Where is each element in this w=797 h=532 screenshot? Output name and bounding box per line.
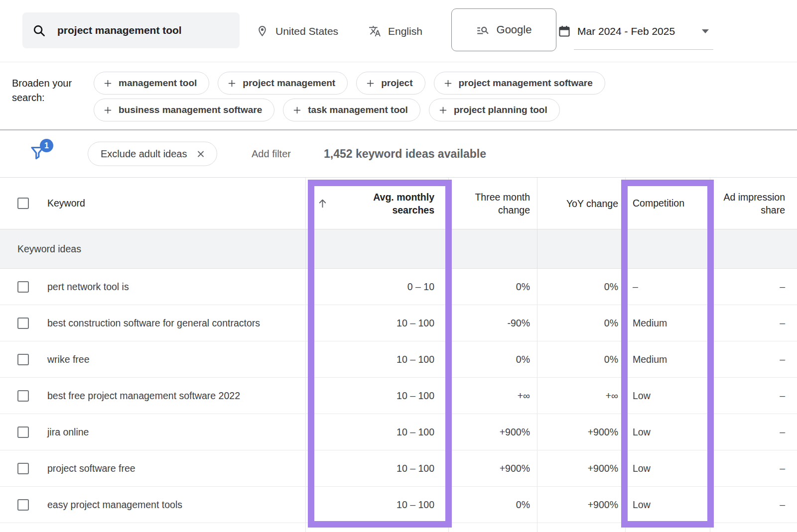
broaden-chip[interactable]: project management software [434,72,605,95]
active-filter-chip[interactable]: Exclude adult ideas [88,142,217,166]
broaden-chip[interactable]: project [356,72,425,95]
plus-icon [104,106,112,114]
ad-impression-share-cell: – [710,414,797,450]
filter-bar: 1 Exclude adult ideas Add filter 1,452 k… [0,130,797,177]
yoy-change-cell: +∞ [537,378,625,414]
keyword-cell[interactable]: best free project management software 20… [47,390,240,402]
table-row: pert network tool is 0 – 10 0% 0% – – [0,269,797,305]
broaden-chips: management tool project management proje… [94,72,605,121]
avg-monthly-searches-cell: 10 – 100 [305,305,448,341]
plus-icon [293,106,301,114]
plus-icon [444,79,452,88]
avg-monthly-searches-cell: 10 – 100 [305,414,448,450]
competition-cell: Low [625,378,710,414]
broaden-search-section: Broaden your search: management tool pro… [0,62,797,130]
three-month-change-cell: +900% [448,414,537,450]
keyword-ideas-section-row: Keyword ideas [0,229,797,269]
date-range-label: Mar 2024 - Feb 2025 [577,25,675,37]
competition-cell: Low [625,487,710,523]
broaden-chip[interactable]: management tool [94,72,209,95]
table-row-partial [0,523,797,532]
search-network-icon [476,23,490,37]
close-icon[interactable] [196,149,206,159]
keyword-cell[interactable]: wrike free [47,354,90,365]
three-month-change-cell: -90% [448,305,537,341]
sort-ascending-icon [317,198,328,209]
plus-icon [228,79,236,88]
location-label: United States [275,25,338,37]
ad-impression-share-cell: – [710,305,797,341]
yoy-change-cell: 0% [537,341,625,377]
results-count: 1,452 keyword ideas available [324,147,486,161]
table-row: best construction software for general c… [0,305,797,341]
add-filter-button[interactable]: Add filter [252,148,291,160]
filter-button[interactable]: 1 [29,143,49,164]
competition-cell: Medium [625,305,710,341]
header-avg-monthly-searches[interactable]: Avg. monthly searches [305,178,448,229]
broaden-search-label: Broaden your search: [12,76,92,105]
table-row: best free project management software 20… [0,378,797,414]
keyword-table: Keyword Avg. monthly searches Three mont… [0,177,797,532]
ad-impression-share-cell: – [710,487,797,523]
translate-icon [369,25,381,37]
search-value: project management tool [57,24,182,36]
yoy-change-cell: +900% [537,450,625,486]
three-month-change-cell: 0% [448,487,537,523]
row-checkbox[interactable] [17,318,29,329]
date-range-selector[interactable]: Mar 2024 - Feb 2025 [558,0,709,62]
active-filter-label: Exclude adult ideas [101,148,187,160]
ad-impression-share-cell: – [710,269,797,305]
ad-impression-share-cell: – [710,450,797,486]
avg-monthly-searches-cell: 10 – 100 [305,378,448,414]
calendar-icon [558,25,571,38]
yoy-change-cell: 0% [537,269,625,305]
header-three-month-change[interactable]: Three month change [448,178,537,229]
plus-icon [366,79,375,88]
search-icon [32,24,46,37]
select-all-checkbox[interactable] [17,198,29,209]
broaden-chip[interactable]: project management [218,72,348,95]
header-competition[interactable]: Competition [625,178,710,229]
keyword-search-input[interactable]: project management tool [22,12,240,48]
three-month-change-cell: +∞ [448,378,537,414]
row-checkbox[interactable] [17,499,29,511]
network-selector[interactable]: Google [451,8,556,51]
table-row: easy project management tools 10 – 100 0… [0,487,797,523]
yoy-change-cell: +900% [537,414,625,450]
header-ad-impression-share[interactable]: Ad impression share [710,178,797,229]
date-range-underline [574,49,713,50]
avg-monthly-searches-cell: 10 – 100 [305,341,448,377]
keyword-cell[interactable]: pert network tool is [47,281,129,293]
table-body: pert network tool is 0 – 10 0% 0% – – be… [0,269,797,523]
keyword-cell[interactable]: best construction software for general c… [47,318,260,329]
competition-cell: – [625,269,710,305]
competition-cell: Medium [625,341,710,377]
keyword-cell[interactable]: jira online [47,426,89,438]
language-label: English [388,25,422,37]
competition-cell: Low [625,414,710,450]
location-selector[interactable]: United States [256,0,338,62]
table-header-row: Keyword Avg. monthly searches Three mont… [0,178,797,229]
table-row: wrike free 10 – 100 0% 0% Medium – [0,341,797,378]
competition-cell: Low [625,450,710,486]
three-month-change-cell: 0% [448,341,537,377]
ad-impression-share-cell: – [710,378,797,414]
table-row: jira online 10 – 100 +900% +900% Low – [0,414,797,450]
row-checkbox[interactable] [17,281,29,293]
chevron-down-icon[interactable] [701,29,709,34]
keyword-cell[interactable]: project software free [47,463,135,474]
table-row: project software free 10 – 100 +900% +90… [0,450,797,487]
broaden-chip[interactable]: project planning tool [429,99,560,121]
row-checkbox[interactable] [17,390,29,402]
broaden-chip[interactable]: task management tool [283,99,420,121]
ad-impression-share-cell: – [710,341,797,377]
keyword-ideas-label: Keyword ideas [17,243,81,255]
header-yoy-change[interactable]: YoY change [537,178,625,229]
language-selector[interactable]: English [369,0,422,62]
location-pin-icon [256,25,268,37]
row-checkbox[interactable] [17,463,29,474]
row-checkbox[interactable] [17,354,29,365]
row-checkbox[interactable] [17,426,29,438]
broaden-chip[interactable]: business management software [94,99,274,121]
keyword-cell[interactable]: easy project management tools [47,499,182,511]
